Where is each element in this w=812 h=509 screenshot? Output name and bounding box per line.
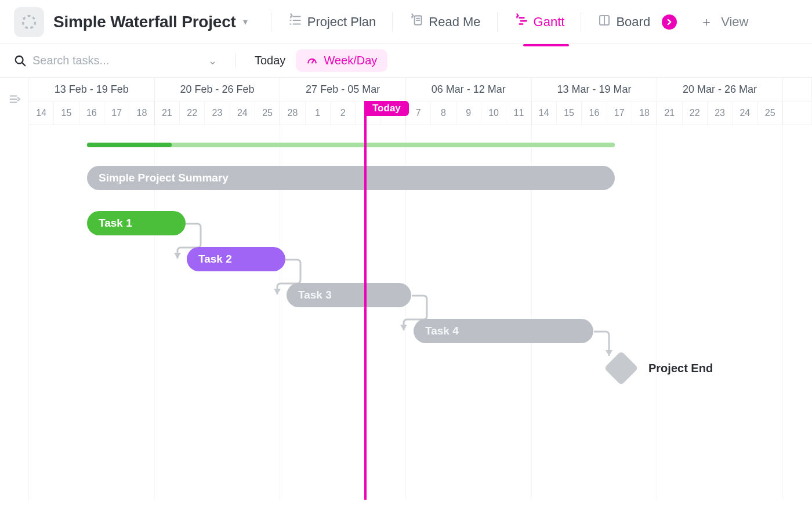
day-cell: 22 (683, 101, 708, 125)
day-cell: 14 (29, 101, 54, 125)
svg-marker-11 (274, 289, 281, 295)
day-cell: 18 (129, 101, 154, 125)
day-cell: 28 (280, 101, 305, 125)
toolbar: ⌄ Today Week/Day (0, 44, 812, 78)
svg-point-9 (311, 58, 313, 59)
tab-project-plan[interactable]: Project Plan (283, 9, 381, 35)
project-title[interactable]: Simple Waterfall Project (53, 13, 236, 31)
day-cell: 25 (255, 101, 280, 125)
svg-line-6 (312, 60, 314, 63)
today-button[interactable]: Today (255, 54, 285, 67)
pin-gantt-icon (514, 13, 529, 31)
separator (271, 12, 271, 32)
day-cell: 1 (306, 101, 331, 125)
scale-button[interactable]: Week/Day (296, 49, 387, 72)
search-icon (14, 54, 27, 67)
board-icon (597, 13, 611, 31)
svg-point-0 (23, 16, 35, 28)
bar-label: Task 3 (298, 289, 332, 301)
day-cell: 14 (532, 101, 557, 125)
progress-done (87, 143, 172, 147)
pin-list-icon (288, 13, 303, 31)
day-cell: 25 (758, 101, 783, 125)
more-tabs-button[interactable] (662, 14, 677, 30)
tab-label: Board (616, 14, 650, 30)
week-cell: 06 Mar - 12 Mar (406, 78, 532, 101)
day-cell: 10 (481, 101, 506, 125)
today-marker (364, 102, 367, 500)
week-cell: 27 Feb - 05 Mar (280, 78, 406, 101)
summary-bar[interactable]: Simple Project Summary (87, 166, 615, 190)
svg-point-8 (316, 62, 317, 63)
day-cell: 2 (331, 101, 356, 125)
add-view-label: View (721, 14, 748, 30)
milestone-diamond[interactable] (604, 351, 638, 385)
day-cell: 23 (708, 101, 733, 125)
tab-board[interactable]: Board (593, 10, 655, 34)
tab-label: Gantt (534, 14, 565, 30)
gantt-chart[interactable]: Today Simple Project Summary (29, 125, 812, 500)
day-cell: 16 (79, 101, 104, 125)
search-wrap: ⌄ (14, 54, 217, 67)
day-cell: 24 (230, 101, 255, 125)
week-cell: 20 Feb - 26 Feb (155, 78, 281, 101)
day-cell: 23 (205, 101, 230, 125)
task-bar[interactable]: Task 2 (187, 247, 285, 271)
pin-doc-icon (409, 13, 424, 31)
milestone-label: Project End (648, 362, 713, 375)
day-cell: 21 (155, 101, 180, 125)
svg-marker-10 (174, 253, 181, 259)
svg-line-5 (22, 62, 26, 66)
day-cell: 24 (733, 101, 757, 125)
week-cell: 13 Feb - 19 Feb (29, 78, 155, 101)
day-cell: 18 (632, 101, 657, 125)
task-bar[interactable]: Task 4 (414, 319, 593, 343)
bar-label: Task 1 (99, 217, 132, 230)
task-bar[interactable]: Task 3 (287, 283, 411, 307)
loading-circle-icon (21, 14, 37, 30)
day-cell: 11 (506, 101, 531, 125)
chevron-down-icon[interactable]: ⌄ (208, 54, 217, 67)
project-icon[interactable] (14, 7, 44, 37)
expand-right-icon (8, 93, 21, 106)
tab-gantt[interactable]: Gantt (509, 9, 570, 35)
plus-icon: ＋ (700, 13, 713, 31)
add-view-button[interactable]: ＋ View (695, 10, 753, 34)
week-cell: 20 Mar - 26 Mar (657, 78, 783, 101)
day-cell: 8 (431, 101, 456, 125)
svg-marker-13 (606, 350, 612, 356)
separator (235, 53, 236, 68)
svg-marker-12 (400, 325, 407, 330)
bar-label: Simple Project Summary (99, 172, 229, 184)
day-cell: 16 (582, 101, 607, 125)
bar-label: Task 2 (198, 253, 232, 266)
day-cell: 22 (180, 101, 205, 125)
separator (581, 12, 581, 32)
day-cell: 9 (456, 101, 481, 125)
svg-point-7 (308, 62, 309, 63)
day-cell: 17 (607, 101, 632, 125)
day-cell: 7 (406, 101, 431, 125)
tab-label: Read Me (429, 14, 480, 30)
search-input[interactable] (32, 54, 202, 67)
scale-label: Week/Day (324, 54, 377, 67)
day-cell: 21 (657, 101, 682, 125)
chevron-right-icon (665, 18, 673, 26)
day-cell: 17 (104, 101, 129, 125)
timeline-area: 13 Feb - 19 Feb20 Feb - 26 Feb27 Feb - 0… (0, 78, 812, 500)
task-bar[interactable]: Task 1 (87, 211, 186, 235)
day-cell: 15 (557, 101, 582, 125)
timeline-week-row: 13 Feb - 19 Feb20 Feb - 26 Feb27 Feb - 0… (29, 78, 812, 101)
separator (497, 12, 498, 32)
app-header: Simple Waterfall Project ▾ Project Plan … (0, 0, 812, 44)
today-label: Today (364, 101, 409, 116)
bar-label: Task 4 (425, 325, 459, 337)
chevron-down-icon[interactable]: ▾ (243, 16, 248, 27)
expand-sidebar-button[interactable] (0, 78, 29, 500)
day-cell: 15 (54, 101, 79, 125)
separator (392, 12, 393, 32)
tab-label: Project Plan (307, 14, 376, 30)
tab-read-me[interactable]: Read Me (404, 9, 485, 35)
gauge-icon (306, 55, 318, 67)
week-cell: 13 Mar - 19 Mar (532, 78, 658, 101)
